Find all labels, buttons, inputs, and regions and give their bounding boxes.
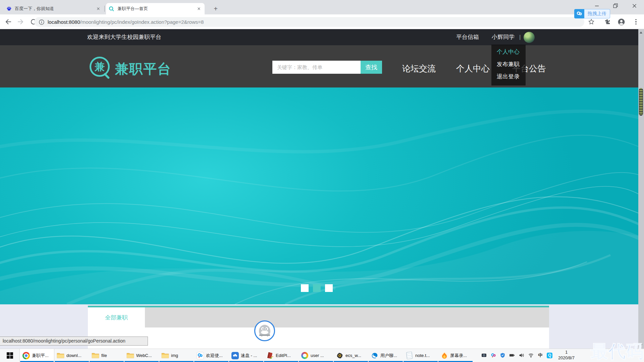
watermark-zuidaima: 最代码 — [591, 340, 644, 362]
folder-icon — [57, 352, 64, 359]
tab-title: 百度一下，你就知道 — [15, 6, 92, 12]
security-shield-icon[interactable] — [500, 353, 505, 358]
tab-all-jobs[interactable]: 全部兼职 — [88, 307, 145, 327]
tab-separator — [104, 6, 105, 12]
screen-recorder-flame-icon — [440, 352, 448, 359]
divider: | — [519, 29, 521, 45]
carousel-dots — [301, 284, 333, 292]
user-avatar[interactable] — [524, 32, 535, 43]
screen: 百度一下，你就知道 兼职平台—首页 + — [0, 0, 644, 362]
start-button[interactable] — [0, 349, 19, 362]
taskbar-item-chrome[interactable]: 兼职平... — [19, 349, 54, 362]
netdisk-icon — [574, 9, 584, 18]
clock-date: 2020/8/7 — [558, 355, 575, 361]
scrollbar-thumb[interactable] — [639, 88, 643, 116]
new-tab-button[interactable]: + — [211, 4, 220, 13]
drag-upload-label: 拖拽上传 — [584, 9, 610, 18]
ime-icon[interactable]: 中 — [537, 353, 543, 358]
extensions-puzzle-icon[interactable] — [603, 18, 611, 26]
jobs-tabbar — [88, 307, 549, 327]
taskbar-item-folder-downl[interactable]: downl... — [54, 349, 89, 362]
edge-icon — [371, 352, 378, 359]
hero-banner-carousel — [0, 87, 644, 304]
site-logo-magnifier-icon[interactable]: 兼 — [90, 57, 110, 77]
page-scrollbar[interactable] — [638, 29, 644, 349]
baidu-paw-icon — [6, 6, 12, 12]
loading-spinner-mascot — [254, 320, 275, 341]
username-link[interactable]: 小辉同学 — [492, 29, 515, 45]
banner-waves-graphic — [0, 87, 644, 304]
tray-clock[interactable]: 1 2020/8/7 — [558, 350, 575, 361]
nav-item-forum[interactable]: 论坛交流 — [402, 63, 436, 74]
qq-icon[interactable]: Q — [547, 353, 552, 358]
taskbar-item-netdisk[interactable]: 欢迎使... — [194, 349, 229, 362]
taskbar-item-editplus[interactable]: EditPl... — [264, 349, 299, 362]
profile-avatar-icon[interactable] — [617, 18, 625, 26]
tab-title: 兼职平台—首页 — [117, 6, 193, 12]
capture-tray-icon[interactable] — [481, 353, 487, 358]
folder-icon — [126, 352, 134, 359]
bookmark-star-icon[interactable] — [587, 18, 595, 26]
url-bar[interactable]: localhost:8080/moonlighting/pc/index/goI… — [34, 17, 584, 27]
system-tray: 中 Q 1 2020/8/7 — [481, 349, 575, 362]
browser-menu-kebab-icon[interactable] — [632, 18, 640, 26]
taskbar-item-folder-webc[interactable]: WebC... — [124, 349, 159, 362]
tab-jianzhi-active[interactable]: 兼职平台—首页 — [106, 3, 205, 14]
taskbar-item-speedpan[interactable]: 速盘 - ... — [229, 349, 264, 362]
taskbar-item-navicat[interactable]: user ... — [299, 349, 333, 362]
logo-glyph: 兼 — [95, 60, 105, 74]
url-path: /moonlighting/pc/index/goIndex.action?pa… — [80, 19, 204, 25]
taskbar-item-edge[interactable]: 用户聊... — [368, 349, 403, 362]
carousel-dot-2-active[interactable] — [313, 284, 321, 292]
carousel-dot-1[interactable] — [301, 284, 309, 292]
scrollbar-up-arrow-icon[interactable] — [640, 32, 642, 34]
netdisk-tray-icon[interactable] — [490, 353, 496, 358]
volume-icon[interactable] — [519, 353, 524, 358]
forward-icon[interactable] — [17, 18, 25, 26]
menu-item-logout[interactable]: 退出登录 — [491, 70, 526, 83]
taskbar-item-recorder[interactable]: 屏幕录... — [438, 349, 473, 362]
drag-upload-badge[interactable]: 拖拽上传 — [574, 9, 610, 18]
taskbar-item-folder-img[interactable]: img — [159, 349, 194, 362]
status-bar-link-preview: localhost:8080/moonlighting/pc/personal/… — [0, 337, 148, 346]
site-info-icon[interactable] — [39, 19, 44, 25]
site-topbar: 欢迎来到大学生校园兼职平台 平台信箱 小辉同学 | — [0, 29, 644, 45]
nav-item-personal-center[interactable]: 个人中心 — [456, 63, 490, 74]
notepad-icon — [406, 352, 413, 359]
menu-item-personal-center[interactable]: 个人中心 — [491, 46, 526, 58]
tab-baidu[interactable]: 百度一下，你就知道 — [3, 3, 104, 14]
chrome-icon — [22, 352, 30, 359]
tab-close-icon[interactable] — [196, 6, 202, 12]
welcome-text: 欢迎来到大学生校园兼职平台 — [87, 29, 161, 45]
browser-tabstrip: 百度一下，你就知道 兼职平台—首页 + — [0, 0, 644, 14]
folder-icon — [161, 352, 169, 359]
window-close-button[interactable] — [627, 0, 642, 11]
wifi-icon[interactable] — [528, 353, 534, 358]
menu-item-publish-job[interactable]: 发布兼职 — [491, 58, 526, 70]
navicat-ring-icon — [301, 352, 309, 359]
url-text[interactable]: localhost:8080/moonlighting/pc/index/goI… — [48, 19, 204, 25]
search-button[interactable]: 查找 — [361, 61, 382, 74]
search-input[interactable] — [272, 61, 361, 74]
browser-toolbar: localhost:8080/moonlighting/pc/index/goI… — [0, 14, 644, 29]
battery-icon[interactable] — [509, 353, 515, 358]
site-logo-text[interactable]: 兼职平台 — [115, 60, 171, 78]
url-host: localhost:8080 — [48, 19, 80, 25]
javaee-gear-icon — [336, 352, 343, 359]
baidu-netdisk-icon — [196, 352, 204, 359]
tab-close-icon[interactable] — [95, 6, 101, 12]
platform-mailbox-link[interactable]: 平台信箱 — [456, 29, 479, 45]
jobs-content-area — [88, 327, 549, 349]
taskbar-item-folder-file[interactable]: file — [89, 349, 124, 362]
user-dropdown-menu: 个人中心 发布兼职 退出登录 — [491, 45, 526, 85]
windows-logo-icon — [7, 352, 13, 359]
taskbar-item-javaee[interactable]: ecs_w... — [333, 349, 368, 362]
speedpan-cloud-icon — [231, 352, 239, 359]
editplus-icon — [266, 352, 274, 359]
taskbar-item-notepad[interactable]: note.t... — [403, 349, 438, 362]
clock-time: 1 — [558, 350, 575, 355]
back-icon[interactable] — [4, 18, 12, 26]
search-area: 查找 — [272, 61, 382, 74]
site-logo-icon — [109, 6, 114, 12]
carousel-dot-3[interactable] — [325, 284, 333, 292]
